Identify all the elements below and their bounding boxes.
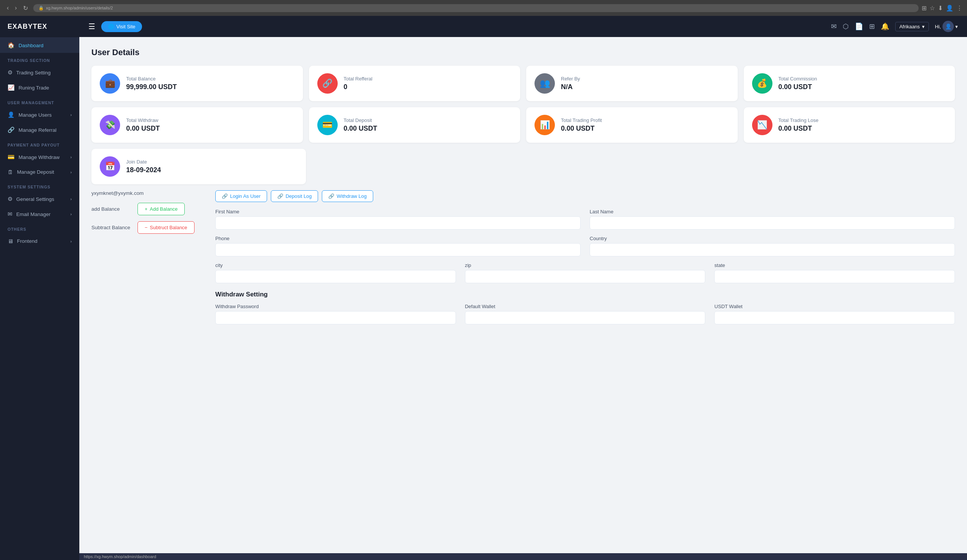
sidebar-item-label: Trading Setting <box>16 70 51 76</box>
login-as-user-button[interactable]: 🔗 Login As User <box>215 190 267 202</box>
visit-site-button[interactable]: 🌐 Visit Site <box>101 21 142 32</box>
last-name-input[interactable] <box>590 216 955 230</box>
withdraw-password-input[interactable] <box>215 311 456 324</box>
stat-info-balance: Total Balance 99,999.00 USDT <box>126 76 177 91</box>
stat-icon-commission: 💰 <box>752 73 772 94</box>
stat-card-trading-profit: 📊 Total Trading Profit 0.00 USDT <box>526 107 738 143</box>
forward-button[interactable]: › <box>12 4 19 12</box>
subtract-balance-row: Subtract Balance − Subtruct Balance <box>91 221 205 234</box>
stat-icon-refer-by: 👥 <box>535 73 555 94</box>
mail-icon-button[interactable]: ✉ <box>831 22 837 31</box>
sidebar-item-manage-referral[interactable]: 🔗 Manage Referral <box>0 122 79 137</box>
link-icon: 🔗 <box>328 193 334 199</box>
download-icon[interactable]: ⬇ <box>938 5 943 12</box>
stat-label-trading-lose: Total Trading Lose <box>779 117 818 123</box>
stat-label-join-date: Join Date <box>126 159 161 165</box>
cube-icon-button[interactable]: ⬡ <box>843 22 849 31</box>
translate-icon[interactable]: ⊞ <box>922 5 927 12</box>
menu-icon[interactable]: ⋮ <box>956 5 962 12</box>
stat-card-total-commission: 💰 Total Commission 0.00 USDT <box>744 66 955 101</box>
withdraw-password-label: Withdraw Password <box>215 304 456 309</box>
hamburger-button[interactable]: ☰ <box>88 22 95 31</box>
sidebar-item-frontend[interactable]: 🖥 Frontend › <box>0 234 79 249</box>
star-icon[interactable]: ☆ <box>930 5 935 12</box>
sidebar-item-trading-setting[interactable]: ⚙ Trading Setting <box>0 65 79 80</box>
sidebar-item-dashboard[interactable]: 🏠 Dashboard <box>0 38 79 53</box>
sidebar-item-manage-deposit[interactable]: 🗓 Manage Deposit › <box>0 165 79 180</box>
email-icon: ✉ <box>8 211 12 217</box>
grid-icon-button[interactable]: ⊞ <box>869 22 875 31</box>
chevron-right-icon: › <box>70 212 72 216</box>
phone-field: Phone <box>215 236 581 256</box>
usdt-wallet-field: USDT Wallet <box>714 304 955 324</box>
stat-info-commission: Total Commission 0.00 USDT <box>779 76 817 91</box>
phone-label: Phone <box>215 236 581 241</box>
top-header: ☰ 🌐 Visit Site ✉ ⬡ 📄 ⊞ 🔔 Afrikaans ▾ Hi,… <box>79 16 967 37</box>
default-wallet-input[interactable] <box>465 311 706 324</box>
city-input[interactable] <box>215 270 456 283</box>
browser-nav[interactable]: ‹ › ↻ <box>5 4 30 12</box>
back-button[interactable]: ‹ <box>5 4 11 12</box>
browser-chrome: ‹ › ↻ 🔒 xg.hwym.shop/admin/users/details… <box>0 0 967 16</box>
phone-input[interactable] <box>215 243 581 256</box>
last-name-field: Last Name <box>590 209 955 230</box>
country-input[interactable] <box>590 243 955 256</box>
stat-icon-join-date: 📅 <box>100 156 120 177</box>
state-input[interactable] <box>714 270 955 283</box>
stat-icon-trading-profit: 📊 <box>535 115 555 135</box>
chevron-down-icon: ▾ <box>922 24 925 30</box>
withdraw-log-button[interactable]: 🔗 Withdraw Log <box>322 190 373 202</box>
usdt-wallet-input[interactable] <box>714 311 955 324</box>
state-field: state <box>714 262 955 283</box>
balance-actions-panel: yxymknet@yxymk.com add Balance + Add Bal… <box>91 190 205 324</box>
chart-icon: 📈 <box>8 84 15 91</box>
sidebar-item-email-manager[interactable]: ✉ Email Manager › <box>0 207 79 222</box>
subtract-balance-button[interactable]: − Subtruct Balance <box>137 221 195 234</box>
zip-field: zip <box>465 262 706 283</box>
sidebar-item-label: Frontend <box>17 238 37 244</box>
stat-info-refferal: Total Refferal 0 <box>344 76 373 91</box>
stat-value-trading-lose: 0.00 USDT <box>779 125 818 133</box>
link-icon: 🔗 <box>8 127 15 133</box>
reload-button[interactable]: ↻ <box>21 4 30 12</box>
stat-value-refer-by: N/A <box>561 83 580 91</box>
card-icon: 💳 <box>8 154 15 160</box>
stat-card-total-withdraw: 💸 Total Withdraw 0.00 USDT <box>91 107 303 143</box>
zip-label: zip <box>465 262 706 268</box>
stat-card-refer-by: 👥 Refer By N/A <box>526 66 738 101</box>
address-bar[interactable]: 🔒 xg.hwym.shop/admin/users/details/2 <box>33 4 919 12</box>
browser-actions: ⊞ ☆ ⬇ 👤 ⋮ <box>922 5 962 12</box>
country-field: Country <box>590 236 955 256</box>
profile-icon[interactable]: 👤 <box>946 5 954 12</box>
last-name-label: Last Name <box>590 209 955 214</box>
add-balance-button[interactable]: + Add Balance <box>137 203 185 215</box>
visit-site-label: Visit Site <box>116 24 135 30</box>
subtract-balance-label: Subtract Balance <box>91 225 133 231</box>
stat-value-balance: 99,999.00 USDT <box>126 83 177 91</box>
sidebar-item-general-settings[interactable]: ⚙ General Settings › <box>0 191 79 207</box>
deposit-log-button[interactable]: 🔗 Deposit Log <box>271 190 318 202</box>
sidebar-item-manage-withdraw[interactable]: 💳 Manage Withdraw › <box>0 150 79 165</box>
user-form: First Name Last Name Phone <box>215 209 955 256</box>
bell-icon-button[interactable]: 🔔 <box>881 22 889 31</box>
file-icon-button[interactable]: 📄 <box>855 22 863 31</box>
gear-icon: ⚙ <box>8 69 12 76</box>
country-label: Country <box>590 236 955 241</box>
first-name-input[interactable] <box>215 216 581 230</box>
city-field: city <box>215 262 456 283</box>
avatar[interactable]: 👤 <box>942 21 954 32</box>
language-selector[interactable]: Afrikaans ▾ <box>895 22 929 31</box>
zip-input[interactable] <box>465 270 706 283</box>
default-wallet-label: Default Wallet <box>465 304 706 309</box>
chevron-right-icon: › <box>70 239 72 244</box>
sidebar-item-running-trade[interactable]: 📈 Runing Trade <box>0 80 79 95</box>
user-email: yxymknet@yxymk.com <box>91 190 205 196</box>
section-label-system: SYSTEM SETTINGS <box>0 180 79 191</box>
hi-text: Hi, <box>935 24 941 30</box>
user-icon: 👤 <box>8 111 15 118</box>
sidebar-item-manage-users[interactable]: 👤 Manage Users › <box>0 107 79 122</box>
stat-info-deposit: Total Deposit 0.00 USDT <box>344 117 377 133</box>
stat-card-total-balance: 💼 Total Balance 99,999.00 USDT <box>91 66 303 101</box>
stat-icon-trading-lose: 📉 <box>752 115 772 135</box>
stat-value-commission: 0.00 USDT <box>779 83 817 91</box>
